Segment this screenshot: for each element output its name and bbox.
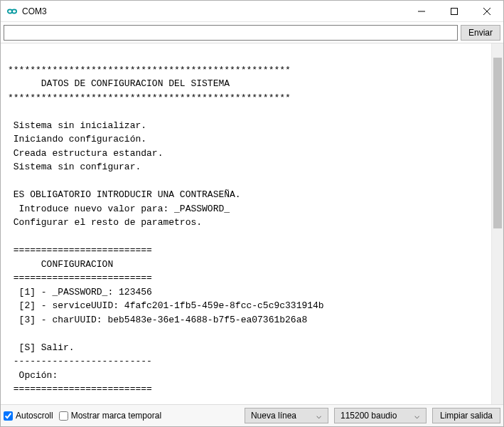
baud-rate-value: 115200 baudio	[341, 411, 406, 421]
line-ending-value: Nueva línea	[251, 411, 308, 421]
window-title: COM3	[22, 6, 405, 16]
send-button[interactable]: Enviar	[461, 25, 500, 41]
scrollbar-thumb[interactable]	[493, 58, 502, 228]
console-output: ****************************************…	[1, 43, 491, 404]
bottom-toolbar: Autoscroll Mostrar marca temporal Nueva …	[1, 405, 503, 426]
vertical-scrollbar[interactable]	[491, 43, 503, 404]
autoscroll-label: Autoscroll	[16, 411, 53, 421]
maximize-button[interactable]	[438, 1, 471, 21]
svg-rect-3	[451, 8, 458, 14]
autoscroll-input[interactable]	[4, 411, 13, 421]
clear-output-button[interactable]: Limpiar salida	[432, 408, 500, 423]
chevron-down-icon: ⌵	[412, 411, 423, 421]
arduino-icon	[6, 6, 18, 17]
command-input[interactable]	[4, 25, 458, 41]
window-controls	[405, 1, 503, 21]
serial-monitor-window: COM3 Enviar ****************************…	[0, 0, 504, 427]
baud-rate-select[interactable]: 115200 baudio ⌵	[334, 408, 427, 423]
line-ending-select[interactable]: Nueva línea ⌵	[245, 408, 328, 423]
timestamp-input[interactable]	[59, 411, 68, 421]
titlebar: COM3	[1, 1, 503, 22]
timestamp-label: Mostrar marca temporal	[71, 411, 161, 421]
minimize-button[interactable]	[405, 1, 438, 21]
chevron-down-icon: ⌵	[313, 411, 325, 421]
close-button[interactable]	[471, 1, 503, 21]
autoscroll-checkbox[interactable]: Autoscroll	[4, 411, 53, 421]
command-row: Enviar	[1, 22, 503, 43]
timestamp-checkbox[interactable]: Mostrar marca temporal	[59, 411, 161, 421]
console-area: ****************************************…	[1, 43, 503, 405]
